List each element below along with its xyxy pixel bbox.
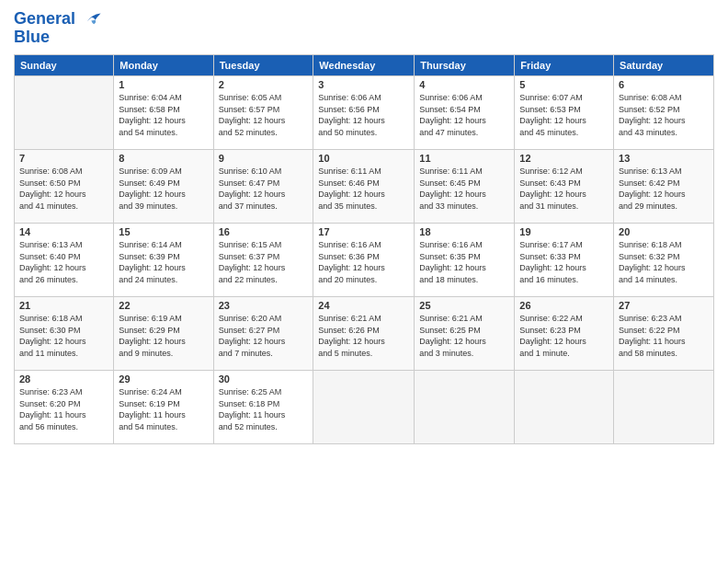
day-info: Sunrise: 6:10 AM Sunset: 6:47 PM Dayligh… [219,166,309,212]
day-info: Sunrise: 6:18 AM Sunset: 6:30 PM Dayligh… [19,313,108,359]
day-number: 9 [219,153,309,164]
day-number: 14 [19,226,108,237]
day-number: 10 [318,153,409,164]
calendar-cell [415,370,515,443]
day-info: Sunrise: 6:16 AM Sunset: 6:35 PM Dayligh… [419,239,509,285]
calendar-cell: 21Sunrise: 6:18 AM Sunset: 6:30 PM Dayli… [15,296,114,370]
day-info: Sunrise: 6:13 AM Sunset: 6:42 PM Dayligh… [619,166,709,212]
calendar-cell: 22Sunrise: 6:19 AM Sunset: 6:29 PM Dayli… [114,296,213,370]
calendar-cell: 13Sunrise: 6:13 AM Sunset: 6:42 PM Dayli… [614,149,714,223]
day-info: Sunrise: 6:09 AM Sunset: 6:49 PM Dayligh… [119,166,208,212]
calendar-cell: 9Sunrise: 6:10 AM Sunset: 6:47 PM Daylig… [213,149,313,223]
day-info: Sunrise: 6:24 AM Sunset: 6:19 PM Dayligh… [119,386,208,432]
day-info: Sunrise: 6:17 AM Sunset: 6:33 PM Dayligh… [519,239,609,285]
calendar-cell: 10Sunrise: 6:11 AM Sunset: 6:46 PM Dayli… [313,149,415,223]
calendar-cell: 25Sunrise: 6:21 AM Sunset: 6:25 PM Dayli… [415,296,515,370]
day-info: Sunrise: 6:07 AM Sunset: 6:53 PM Dayligh… [519,92,609,138]
day-number: 12 [519,153,609,164]
day-number: 3 [318,79,409,90]
day-info: Sunrise: 6:12 AM Sunset: 6:43 PM Dayligh… [519,166,609,212]
calendar-week-row: 1Sunrise: 6:04 AM Sunset: 6:58 PM Daylig… [15,75,714,149]
calendar-cell [614,370,714,443]
day-info: Sunrise: 6:21 AM Sunset: 6:26 PM Dayligh… [318,313,409,359]
calendar-cell [15,75,114,149]
day-info: Sunrise: 6:06 AM Sunset: 6:54 PM Dayligh… [419,92,509,138]
calendar-cell: 19Sunrise: 6:17 AM Sunset: 6:33 PM Dayli… [515,223,614,296]
calendar-cell: 6Sunrise: 6:08 AM Sunset: 6:52 PM Daylig… [614,75,714,149]
day-info: Sunrise: 6:05 AM Sunset: 6:57 PM Dayligh… [219,92,309,138]
col-header-thursday: Thursday [415,54,515,75]
day-info: Sunrise: 6:21 AM Sunset: 6:25 PM Dayligh… [419,313,509,359]
day-info: Sunrise: 6:16 AM Sunset: 6:36 PM Dayligh… [318,239,409,285]
col-header-saturday: Saturday [614,54,714,75]
calendar-cell: 12Sunrise: 6:12 AM Sunset: 6:43 PM Dayli… [515,149,614,223]
col-header-wednesday: Wednesday [313,54,415,75]
calendar-cell [313,370,415,443]
calendar-week-row: 21Sunrise: 6:18 AM Sunset: 6:30 PM Dayli… [15,296,714,370]
day-info: Sunrise: 6:04 AM Sunset: 6:58 PM Dayligh… [119,92,208,138]
day-number: 11 [419,153,509,164]
day-number: 20 [619,226,709,237]
calendar-cell: 8Sunrise: 6:09 AM Sunset: 6:49 PM Daylig… [114,149,213,223]
col-header-monday: Monday [114,54,213,75]
day-number: 18 [419,226,509,237]
calendar-cell: 24Sunrise: 6:21 AM Sunset: 6:26 PM Dayli… [313,296,415,370]
day-info: Sunrise: 6:13 AM Sunset: 6:40 PM Dayligh… [19,239,108,285]
day-info: Sunrise: 6:11 AM Sunset: 6:45 PM Dayligh… [419,166,509,212]
calendar-cell: 28Sunrise: 6:23 AM Sunset: 6:20 PM Dayli… [15,370,114,443]
col-header-tuesday: Tuesday [213,54,313,75]
calendar-cell: 18Sunrise: 6:16 AM Sunset: 6:35 PM Dayli… [415,223,515,296]
col-header-friday: Friday [515,54,614,75]
calendar-table: SundayMondayTuesdayWednesdayThursdayFrid… [14,54,714,444]
logo-text-blue: Blue [14,28,102,47]
calendar-header-row: SundayMondayTuesdayWednesdayThursdayFrid… [15,54,714,75]
page-header: General Blue [14,9,714,47]
day-number: 25 [419,300,509,311]
day-number: 7 [19,153,108,164]
day-info: Sunrise: 6:14 AM Sunset: 6:39 PM Dayligh… [119,239,208,285]
calendar-cell: 27Sunrise: 6:23 AM Sunset: 6:22 PM Dayli… [614,296,714,370]
day-number: 19 [519,226,609,237]
calendar-cell: 26Sunrise: 6:22 AM Sunset: 6:23 PM Dayli… [515,296,614,370]
day-info: Sunrise: 6:08 AM Sunset: 6:52 PM Dayligh… [619,92,709,138]
calendar-cell: 3Sunrise: 6:06 AM Sunset: 6:56 PM Daylig… [313,75,415,149]
day-number: 28 [19,373,108,385]
day-info: Sunrise: 6:11 AM Sunset: 6:46 PM Dayligh… [318,166,409,212]
day-number: 1 [119,79,208,90]
day-number: 29 [119,373,208,385]
calendar-cell: 11Sunrise: 6:11 AM Sunset: 6:45 PM Dayli… [415,149,515,223]
day-number: 27 [619,300,709,311]
calendar-cell: 4Sunrise: 6:06 AM Sunset: 6:54 PM Daylig… [415,75,515,149]
day-number: 17 [318,226,409,237]
day-info: Sunrise: 6:25 AM Sunset: 6:18 PM Dayligh… [219,386,309,432]
calendar-cell: 16Sunrise: 6:15 AM Sunset: 6:37 PM Dayli… [213,223,313,296]
day-number: 21 [19,300,108,311]
day-number: 13 [619,153,709,164]
day-info: Sunrise: 6:20 AM Sunset: 6:27 PM Dayligh… [219,313,309,359]
day-number: 4 [419,79,509,90]
day-number: 5 [519,79,609,90]
calendar-cell: 20Sunrise: 6:18 AM Sunset: 6:32 PM Dayli… [614,223,714,296]
calendar-cell: 5Sunrise: 6:07 AM Sunset: 6:53 PM Daylig… [515,75,614,149]
day-number: 8 [119,153,208,164]
calendar-cell: 2Sunrise: 6:05 AM Sunset: 6:57 PM Daylig… [213,75,313,149]
day-info: Sunrise: 6:08 AM Sunset: 6:50 PM Dayligh… [19,166,108,212]
logo-bird-icon [82,9,102,29]
day-number: 22 [119,300,208,311]
calendar-week-row: 28Sunrise: 6:23 AM Sunset: 6:20 PM Dayli… [15,370,714,443]
day-number: 23 [219,300,309,311]
day-info: Sunrise: 6:18 AM Sunset: 6:32 PM Dayligh… [619,239,709,285]
day-number: 6 [619,79,709,90]
calendar-cell: 30Sunrise: 6:25 AM Sunset: 6:18 PM Dayli… [213,370,313,443]
day-info: Sunrise: 6:23 AM Sunset: 6:20 PM Dayligh… [19,386,108,432]
day-info: Sunrise: 6:19 AM Sunset: 6:29 PM Dayligh… [119,313,208,359]
calendar-week-row: 14Sunrise: 6:13 AM Sunset: 6:40 PM Dayli… [15,223,714,296]
calendar-cell: 15Sunrise: 6:14 AM Sunset: 6:39 PM Dayli… [114,223,213,296]
day-number: 24 [318,300,409,311]
calendar-cell: 14Sunrise: 6:13 AM Sunset: 6:40 PM Dayli… [15,223,114,296]
calendar-cell: 29Sunrise: 6:24 AM Sunset: 6:19 PM Dayli… [114,370,213,443]
calendar-cell: 23Sunrise: 6:20 AM Sunset: 6:27 PM Dayli… [213,296,313,370]
calendar-cell: 1Sunrise: 6:04 AM Sunset: 6:58 PM Daylig… [114,75,213,149]
day-number: 26 [519,300,609,311]
calendar-week-row: 7Sunrise: 6:08 AM Sunset: 6:50 PM Daylig… [15,149,714,223]
